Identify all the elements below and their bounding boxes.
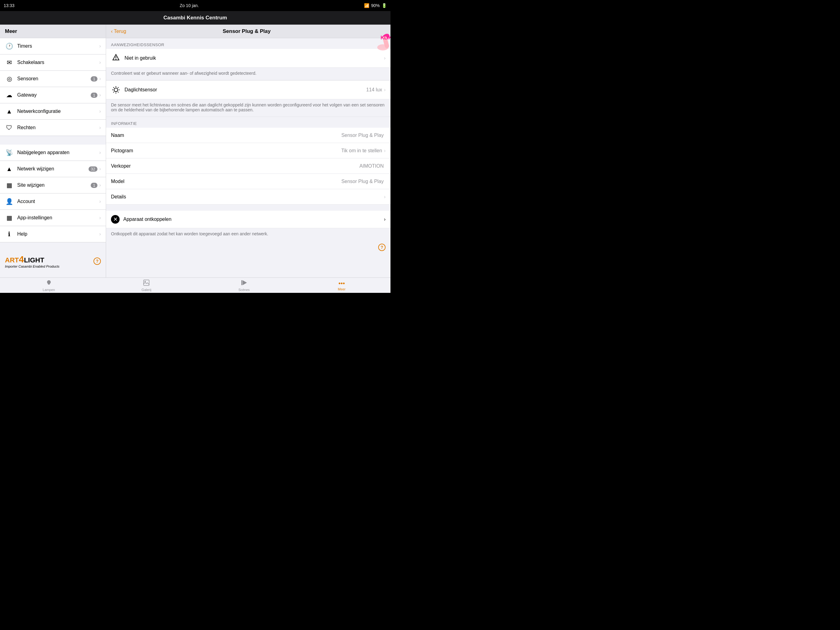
tab-bar: Lampen Galerij Scènes ••• Meer bbox=[0, 277, 390, 293]
sidebar-item-nabij[interactable]: 📡 Nabijgelegen apparaten › bbox=[0, 144, 106, 161]
netwerkconfiguratie-icon: ▲ bbox=[5, 107, 14, 116]
aanwezigheid-chevron: › bbox=[384, 55, 385, 61]
app-title: Casambi Kennis Centrum bbox=[164, 15, 227, 21]
sidebar-item-timers[interactable]: 🕐 Timers › bbox=[0, 38, 106, 54]
nabij-label: Nabijgelegen apparaten bbox=[17, 150, 99, 155]
account-icon: 👤 bbox=[5, 197, 14, 206]
gateway-label: Gateway bbox=[17, 92, 91, 98]
sidebar-item-schakelaars[interactable]: ✉ Schakelaars › bbox=[0, 54, 106, 71]
sidebar-separator-2 bbox=[0, 242, 106, 251]
aanwezigheid-label: Niet in gebruik bbox=[125, 55, 384, 61]
tab-galerij[interactable]: Galerij bbox=[98, 278, 196, 293]
gateway-chevron: › bbox=[99, 92, 101, 98]
sidebar-bottom: ART4LIGHT Importer Casambi Enabled Produ… bbox=[0, 251, 106, 271]
right-panel-header: ‹ Terug Sensor Plug & Play bbox=[106, 25, 390, 38]
sidebar-header: Meer bbox=[0, 25, 106, 38]
informatie-section-header: INFORMATIE bbox=[106, 117, 390, 128]
sidebar-group-1: 🕐 Timers › ✉ Schakelaars › ◎ Sensoren 1 … bbox=[0, 38, 106, 136]
ontkoppelen-description: Ontkoppelt dit apparaat zodat het kan wo… bbox=[106, 228, 390, 241]
sidebar-title: Meer bbox=[5, 28, 17, 35]
sidebar-item-account[interactable]: 👤 Account › bbox=[0, 193, 106, 210]
sidebar-item-app-instellingen[interactable]: ▦ App-instellingen › bbox=[0, 210, 106, 226]
sidebar-group-2: 📡 Nabijgelegen apparaten › ▲ Netwerk wij… bbox=[0, 144, 106, 242]
info-val-model: Sensor Plug & Play bbox=[341, 179, 384, 184]
app-instellingen-chevron: › bbox=[99, 215, 101, 220]
tab-meer[interactable]: ••• Meer bbox=[293, 279, 391, 292]
sidebar-separator-1 bbox=[0, 136, 106, 144]
panel-title: Sensor Plug & Play bbox=[126, 28, 367, 35]
timers-icon: 🕐 bbox=[5, 42, 14, 51]
svg-rect-18 bbox=[242, 280, 242, 285]
info-row-pictogram[interactable]: Pictogram Tik om in te stellen › bbox=[106, 143, 390, 158]
netwerk-wijzigen-badge: 32 bbox=[88, 166, 97, 172]
sidebar-item-netwerk-wijzigen[interactable]: ▲ Netwerk wijzigen 32 › bbox=[0, 161, 106, 177]
sensoren-label: Sensoren bbox=[17, 76, 91, 82]
tab-lampen[interactable]: Lampen bbox=[0, 278, 98, 293]
sidebar-help-button[interactable]: ? bbox=[93, 258, 101, 265]
netwerk-wijzigen-icon: ▲ bbox=[5, 165, 14, 173]
info-val-pictogram: Tik om in te stellen bbox=[341, 148, 382, 154]
daglicht-value: 114 lux bbox=[366, 87, 382, 93]
daglicht-icon bbox=[111, 85, 121, 95]
pictogram-chevron: › bbox=[384, 148, 385, 154]
right-panel-help-button[interactable]: ? bbox=[378, 244, 385, 251]
nabij-chevron: › bbox=[99, 150, 101, 155]
status-bar: 13:33 Zo 10 jan. 📶 90% 🔋 bbox=[0, 0, 390, 11]
sensoren-chevron: › bbox=[99, 76, 101, 82]
svg-line-12 bbox=[118, 92, 119, 93]
app-instellingen-label: App-instellingen bbox=[17, 215, 99, 220]
netwerk-wijzigen-label: Netwerk wijzigen bbox=[17, 166, 88, 172]
lampen-tab-label: Lampen bbox=[43, 288, 55, 291]
gateway-icon: ☁ bbox=[5, 91, 14, 99]
svg-point-6 bbox=[114, 88, 118, 92]
sidebar-item-site-wijzigen[interactable]: ▦ Site wijzigen 1 › bbox=[0, 177, 106, 193]
battery-icon: 🔋 bbox=[382, 3, 387, 8]
galerij-tab-label: Galerij bbox=[141, 288, 151, 291]
daglicht-item[interactable]: Daglichtsensor 114 lux › bbox=[106, 80, 390, 99]
help-label: Help bbox=[17, 231, 99, 237]
logo-sub: Importer Casambi Enabled Products bbox=[5, 264, 59, 268]
info-key-verkoper: Verkoper bbox=[111, 163, 359, 169]
info-val-verkoper: AIMOTION bbox=[359, 163, 384, 169]
netwerkconfiguratie-chevron: › bbox=[99, 109, 101, 114]
sidebar-item-gateway[interactable]: ☁ Gateway 1 › bbox=[0, 87, 106, 103]
site-wijzigen-label: Site wijzigen bbox=[17, 182, 91, 188]
svg-rect-15 bbox=[144, 280, 149, 285]
rechten-chevron: › bbox=[99, 125, 101, 130]
wifi-icon: 📶 bbox=[364, 3, 369, 8]
nabij-icon: 📡 bbox=[5, 148, 14, 157]
tab-scenes[interactable]: Scènes bbox=[195, 278, 293, 293]
ontkoppelen-label: Apparaat ontkoppelen bbox=[123, 217, 384, 222]
info-key-naam: Naam bbox=[111, 133, 341, 138]
status-time-date: 13:33 bbox=[4, 3, 14, 8]
status-date: Zo 10 jan. bbox=[180, 3, 199, 8]
ontkoppelen-item[interactable]: ✕ Apparaat ontkoppelen › bbox=[106, 211, 390, 228]
svg-line-14 bbox=[114, 92, 114, 93]
aanwezigheid-section-header: AANWEZIGHEIDSSENSOR bbox=[106, 38, 390, 49]
info-val-naam: Sensor Plug & Play bbox=[341, 133, 384, 138]
netwerkconfiguratie-label: Netwerkconfiguratie bbox=[17, 109, 99, 114]
sidebar-logo: ART4LIGHT Importer Casambi Enabled Produ… bbox=[5, 254, 59, 268]
sidebar-item-rechten[interactable]: 🛡 Rechten › bbox=[0, 120, 106, 136]
right-panel: ‹ Terug Sensor Plug & Play AANWEZIGHEIDS… bbox=[106, 25, 390, 277]
account-label: Account bbox=[17, 199, 99, 204]
sidebar-item-help[interactable]: ℹ Help › bbox=[0, 226, 106, 242]
sidebar-item-netwerkconfiguratie[interactable]: ▲ Netwerkconfiguratie › bbox=[0, 103, 106, 120]
timers-label: Timers bbox=[17, 43, 99, 49]
back-chevron-icon: ‹ bbox=[111, 28, 112, 34]
back-button[interactable]: ‹ Terug bbox=[111, 28, 126, 34]
sidebar: Meer 🕐 Timers › ✉ Schakelaars › ◎ Sensor… bbox=[0, 25, 106, 277]
sensoren-badge: 1 bbox=[91, 76, 97, 82]
galerij-tab-icon bbox=[143, 279, 150, 288]
rechten-icon: 🛡 bbox=[5, 123, 14, 132]
details-chevron: › bbox=[384, 194, 385, 199]
site-wijzigen-icon: ▦ bbox=[5, 181, 14, 190]
sidebar-item-sensoren[interactable]: ◎ Sensoren 1 › bbox=[0, 71, 106, 87]
info-row-details[interactable]: Details › bbox=[106, 189, 390, 204]
meer-tab-icon: ••• bbox=[338, 280, 345, 287]
aanwezigheid-sensor-icon bbox=[111, 53, 121, 63]
info-key-details: Details bbox=[111, 194, 384, 199]
site-wijzigen-chevron: › bbox=[99, 182, 101, 188]
aanwezigheid-item[interactable]: Niet in gebruik › KLIK bbox=[106, 49, 390, 68]
info-key-model: Model bbox=[111, 179, 341, 184]
